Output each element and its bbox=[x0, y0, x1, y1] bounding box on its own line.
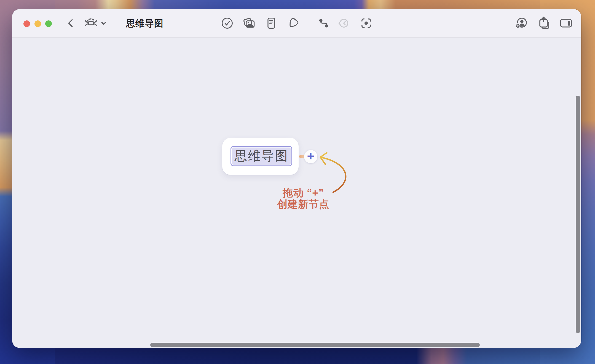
share-icon bbox=[536, 16, 551, 31]
horizontal-scrollbar[interactable] bbox=[150, 343, 480, 347]
sidebar-toggle-button[interactable] bbox=[558, 16, 574, 31]
focus-icon bbox=[359, 16, 373, 31]
boundary-back-icon bbox=[337, 16, 352, 31]
note-icon bbox=[264, 16, 278, 31]
app-window: 思维导图 bbox=[12, 9, 581, 348]
window-title: 思维导图 bbox=[126, 16, 164, 31]
photos-icon bbox=[242, 16, 256, 31]
collaborate-button[interactable] bbox=[513, 16, 529, 31]
minimize-button[interactable] bbox=[34, 20, 41, 27]
connection-icon bbox=[317, 16, 331, 31]
tag-button[interactable] bbox=[285, 16, 301, 31]
boundary-button bbox=[337, 16, 352, 31]
hint-line-1: 拖动 “+” bbox=[262, 187, 345, 199]
close-button[interactable] bbox=[23, 20, 30, 27]
note-button[interactable] bbox=[264, 16, 279, 31]
insert-image-button[interactable] bbox=[242, 16, 257, 31]
chevron-down-icon bbox=[101, 20, 107, 27]
connection-button[interactable] bbox=[316, 16, 331, 31]
hint-text: 拖动 “+” 创建新节点 bbox=[262, 187, 345, 210]
sidebar-toggle-icon bbox=[559, 16, 573, 31]
check-circle-icon bbox=[220, 16, 234, 31]
mind-map-document-icon bbox=[84, 16, 98, 31]
focus-button[interactable] bbox=[358, 16, 374, 31]
root-node-text-field[interactable]: 思维导图 bbox=[231, 146, 292, 166]
add-person-icon bbox=[514, 16, 528, 31]
vertical-scrollbar[interactable] bbox=[576, 96, 580, 333]
back-chevron-icon bbox=[64, 17, 77, 30]
tag-icon bbox=[286, 16, 300, 31]
share-button[interactable] bbox=[536, 16, 551, 31]
zoom-button[interactable] bbox=[45, 20, 52, 27]
hint-line-2: 创建新节点 bbox=[262, 199, 345, 210]
add-node-plus-button[interactable]: + bbox=[304, 150, 317, 163]
back-button[interactable] bbox=[63, 16, 78, 31]
node-connector-stub bbox=[299, 155, 305, 158]
checklist-button[interactable] bbox=[219, 16, 235, 31]
root-node-text: 思维导图 bbox=[234, 148, 288, 165]
titlebar: 思维导图 bbox=[12, 9, 581, 38]
document-menu-button[interactable] bbox=[81, 16, 109, 31]
